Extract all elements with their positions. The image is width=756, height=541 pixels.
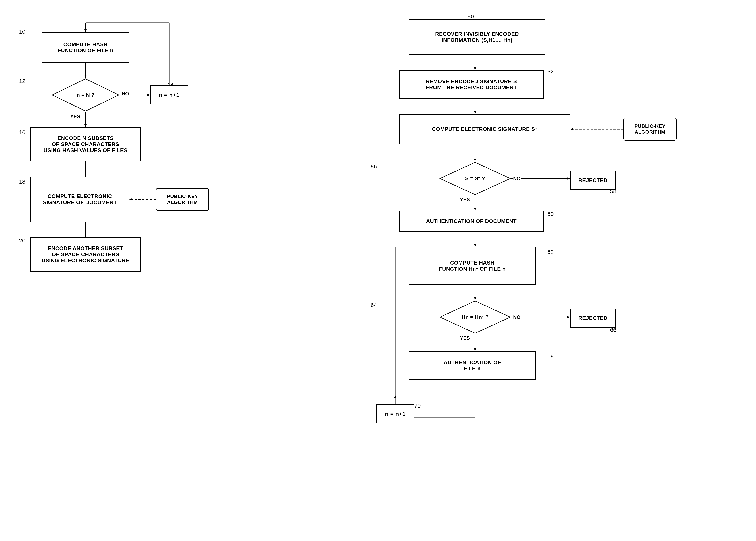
box-auth-doc: AUTHENTICATION OF DOCUMENT (399, 211, 544, 232)
label-yes2-right: YES (460, 335, 470, 341)
diamond-hn: Hn = Hn* ? (439, 300, 511, 334)
ref-60: 60 (547, 211, 554, 217)
label-yes-left: YES (70, 114, 80, 120)
label-no1-right: NO (513, 176, 521, 182)
box-increment-left: n = n+1 (150, 86, 188, 105)
box-encode-left: ENCODE N SUBSETS OF SPACE CHARACTERS USI… (30, 127, 141, 162)
box-remove: REMOVE ENCODED SIGNATURE S FROM THE RECE… (399, 70, 544, 99)
svg-marker-18 (474, 67, 476, 70)
svg-marker-13 (129, 198, 132, 201)
right-diagram: 50 RECOVER INVISIBLY ENCODED INFORMATION… (361, 11, 722, 534)
diagram-container: 10 COMPUTE HASH FUNCTION OF FILE n 12 n … (0, 0, 756, 541)
box-increment-right: n = n+1 (376, 404, 414, 423)
box-rejected1: REJECTED (570, 171, 616, 190)
svg-marker-30 (474, 244, 476, 247)
ref-68: 68 (547, 353, 554, 360)
ref-66: 66 (610, 326, 616, 333)
ref-70: 70 (414, 402, 421, 409)
diamond-s: S = S* ? (439, 162, 511, 196)
box-auth-file: AUTHENTICATION OF FILE n (409, 351, 536, 380)
ref-62: 62 (547, 249, 554, 255)
ref-52: 52 (547, 68, 554, 75)
svg-marker-20 (474, 111, 476, 114)
label-no2-right: NO (513, 314, 521, 320)
ref-16: 16 (19, 129, 25, 136)
diamond-n: n = N ? (51, 78, 120, 112)
svg-marker-34 (567, 316, 570, 318)
ref-50: 50 (468, 13, 474, 20)
box-sig-left: COMPUTE ELECTRONIC SIGNATURE OF DOCUMENT (30, 177, 129, 222)
svg-marker-26 (567, 177, 570, 180)
svg-marker-22 (570, 128, 573, 130)
ref-56: 56 (371, 163, 377, 170)
label-yes1-right: YES (460, 197, 470, 203)
svg-marker-41 (394, 395, 396, 398)
svg-marker-28 (474, 208, 476, 211)
svg-marker-1 (84, 29, 87, 32)
svg-marker-5 (84, 124, 87, 127)
svg-marker-24 (474, 159, 476, 162)
box-pubkey-right: PUBLIC-KEY ALGORITHM (623, 118, 677, 141)
box-recover: RECOVER INVISIBLY ENCODED INFORMATION (S… (409, 19, 545, 55)
svg-marker-32 (474, 297, 476, 300)
ref-18: 18 (19, 179, 25, 185)
ref-20: 20 (19, 238, 25, 244)
box-hash-fn: COMPUTE HASH FUNCTION Hn* OF FILE n (409, 247, 536, 285)
svg-marker-11 (84, 174, 87, 177)
ref-64: 64 (371, 302, 377, 308)
svg-marker-15 (84, 235, 87, 238)
svg-marker-7 (147, 94, 150, 96)
svg-marker-36 (474, 348, 476, 351)
box-encode2-left: ENCODE ANOTHER SUBSET OF SPACE CHARACTER… (30, 238, 141, 271)
box-hash: COMPUTE HASH FUNCTION OF FILE n (42, 32, 129, 63)
left-diagram: 10 COMPUTE HASH FUNCTION OF FILE n 12 n … (11, 11, 220, 524)
box-compute-sig: COMPUTE ELECTRONIC SIGNATURE S* (399, 114, 570, 144)
ref-12: 12 (19, 78, 25, 84)
box-pubkey-left: PUBLIC-KEY ALGORITHM (156, 188, 209, 211)
ref-10: 10 (19, 29, 25, 35)
box-rejected2: REJECTED (570, 308, 616, 327)
svg-marker-3 (84, 75, 87, 78)
label-no-left: NO (122, 91, 129, 97)
